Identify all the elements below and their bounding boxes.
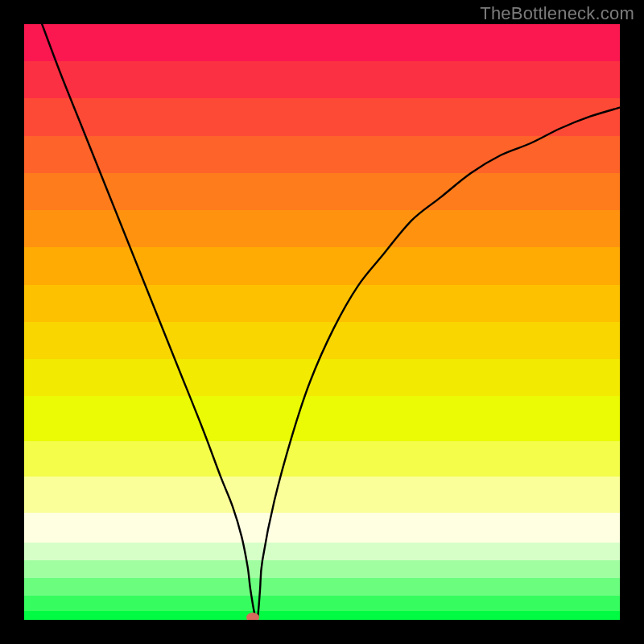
curve-svg bbox=[24, 24, 620, 620]
bottleneck-curve bbox=[42, 24, 620, 620]
watermark-text: TheBottleneck.com bbox=[480, 3, 634, 24]
minimum-marker bbox=[246, 613, 259, 620]
plot-area bbox=[24, 24, 620, 620]
chart-frame: TheBottleneck.com bbox=[0, 0, 644, 644]
